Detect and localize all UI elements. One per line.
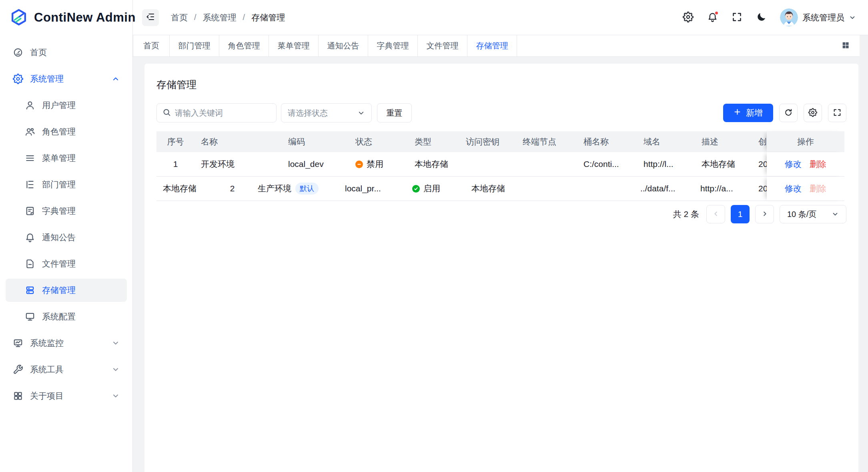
tab-list-button[interactable] — [840, 40, 852, 52]
sidebar-item-storage-management[interactable]: 存储管理 — [6, 279, 127, 302]
chevron-down-icon — [832, 211, 839, 218]
brand-logo-icon — [10, 8, 28, 27]
chevron-down-icon — [112, 339, 120, 347]
tree-icon — [25, 179, 35, 190]
tab-file[interactable]: 文件管理 — [418, 35, 467, 56]
sidebar-item-file-management[interactable]: 文件管理 — [6, 252, 127, 275]
search-input[interactable] — [175, 108, 271, 118]
cell-domain: http://l... — [637, 152, 695, 176]
refresh-icon — [784, 108, 793, 118]
col-access-key: 访问密钥 — [459, 131, 516, 152]
tab-dictionary[interactable]: 字典管理 — [368, 35, 418, 56]
delete-link-disabled: 删除 — [810, 183, 826, 194]
sidebar-item-user-management[interactable]: 用户管理 — [6, 94, 127, 117]
tab-notice[interactable]: 通知公告 — [319, 35, 368, 56]
col-actions: 操作 — [767, 131, 844, 152]
col-bucket: 桶名称 — [577, 131, 637, 152]
moon-icon — [756, 12, 767, 24]
monitor-icon — [25, 311, 35, 322]
cell-created: 20 — [752, 177, 767, 201]
notification-badge-dot — [714, 11, 719, 15]
tab-storage[interactable]: 存储管理 — [467, 35, 517, 56]
status-label: 禁用 — [367, 159, 383, 170]
cell-status: 禁用 — [349, 152, 408, 176]
cell-index: 2 — [213, 177, 251, 201]
sidebar-item-menu-management[interactable]: 菜单管理 — [6, 147, 127, 170]
pagination-next-button[interactable] — [755, 205, 774, 223]
tab-home[interactable]: 首页 — [133, 35, 170, 56]
content-area: 存储管理 请选择状态 重置 新增 — [133, 57, 860, 472]
sidebar-item-system-management[interactable]: 系统管理 — [6, 67, 127, 90]
grid-icon — [13, 391, 23, 401]
pagination-page-1[interactable]: 1 — [731, 205, 750, 223]
dark-mode-button[interactable] — [756, 12, 767, 23]
col-created: 创 — [752, 131, 767, 152]
fullscreen-icon — [833, 108, 842, 118]
page-size-select[interactable]: 10 条/页 — [780, 205, 846, 223]
cell-index: 1 — [156, 152, 194, 176]
add-button-label: 新增 — [746, 107, 763, 119]
toolbar: 请选择状态 重置 新增 — [156, 103, 846, 123]
table-header: 序号 名称 编码 状态 类型 访问密钥 终端节点 桶名称 域名 描述 创 操作 — [156, 131, 844, 152]
notifications-button[interactable] — [707, 12, 718, 23]
plus-icon — [734, 108, 741, 118]
chevron-down-icon — [112, 366, 120, 374]
breadcrumb-storage-management: 存储管理 — [251, 12, 285, 23]
column-settings-button[interactable] — [804, 104, 822, 122]
sidebar-item-about-project[interactable]: 关于项目 — [6, 384, 127, 408]
edit-link[interactable]: 修改 — [785, 159, 802, 170]
user-name: 系统管理员 — [802, 12, 844, 23]
table-row: 2 生产环境 默认 local_pr... 启用 本地存储 — [156, 177, 844, 201]
gear-icon — [13, 74, 23, 84]
sidebar-item-notice[interactable]: 通知公告 — [6, 226, 127, 249]
reset-button[interactable]: 重置 — [377, 103, 412, 123]
cell-actions: 修改 删除 — [767, 177, 844, 201]
sidebar-item-department-management[interactable]: 部门管理 — [6, 173, 127, 196]
sidebar-item-system-tools[interactable]: 系统工具 — [6, 358, 127, 381]
sidebar-collapse-button[interactable] — [142, 9, 159, 26]
fullscreen-button[interactable] — [731, 12, 742, 23]
status-select[interactable]: 请选择状态 — [281, 103, 372, 123]
sidebar-item-home[interactable]: 首页 — [6, 41, 127, 64]
col-type: 类型 — [408, 131, 459, 152]
settings-button[interactable] — [682, 12, 694, 23]
cell-endpoint — [573, 177, 634, 201]
delete-link[interactable]: 删除 — [810, 159, 826, 170]
app-root: ContiNew Admin 首页 系统管理 用户管理 角色管理 — [0, 0, 868, 472]
tab-department[interactable]: 部门管理 — [170, 35, 219, 56]
breadcrumb-system-management[interactable]: 系统管理 — [203, 12, 237, 23]
breadcrumb-home[interactable]: 首页 — [171, 12, 188, 23]
col-endpoint: 终端节点 — [516, 131, 577, 152]
add-button[interactable]: 新增 — [723, 104, 773, 122]
col-index: 序号 — [156, 131, 194, 152]
page-title: 存储管理 — [156, 78, 846, 91]
gear-icon — [683, 12, 694, 24]
sidebar-item-dictionary-management[interactable]: 字典管理 — [6, 199, 127, 223]
refresh-button[interactable] — [779, 104, 798, 122]
cell-bucket: C:/conti... — [577, 152, 637, 176]
sidebar-item-system-config[interactable]: 系统配置 — [6, 305, 127, 328]
tab-bar-actions — [840, 35, 860, 56]
storage-card: 存储管理 请选择状态 重置 新增 — [144, 64, 858, 472]
table-fullscreen-button[interactable] — [828, 104, 846, 122]
edit-link[interactable]: 修改 — [785, 183, 802, 194]
avatar — [780, 8, 798, 26]
status-enabled-icon — [412, 185, 420, 193]
tab-menu[interactable]: 菜单管理 — [269, 35, 319, 56]
grid-apps-icon — [841, 41, 850, 51]
user-menu[interactable]: 系统管理员 — [780, 8, 856, 26]
pagination-prev-button[interactable] — [706, 205, 725, 223]
breadcrumb-separator: / — [243, 13, 245, 22]
sidebar-item-system-monitor[interactable]: 系统监控 — [6, 331, 127, 355]
cell-code: local_dev — [282, 152, 349, 176]
cell-description: 本地存储 — [156, 177, 213, 201]
chevron-right-icon — [761, 210, 768, 219]
window-scrollbar[interactable] — [860, 35, 868, 472]
table-body: 1 开发环境 local_dev 禁用 本地存储 C:/conti... — [156, 152, 844, 201]
fullscreen-icon — [732, 12, 742, 24]
tab-role[interactable]: 角色管理 — [219, 35, 269, 56]
status-disabled-icon — [355, 161, 363, 168]
chevron-down-icon — [849, 14, 856, 21]
sidebar-item-role-management[interactable]: 角色管理 — [6, 120, 127, 143]
status-label: 启用 — [423, 183, 440, 194]
